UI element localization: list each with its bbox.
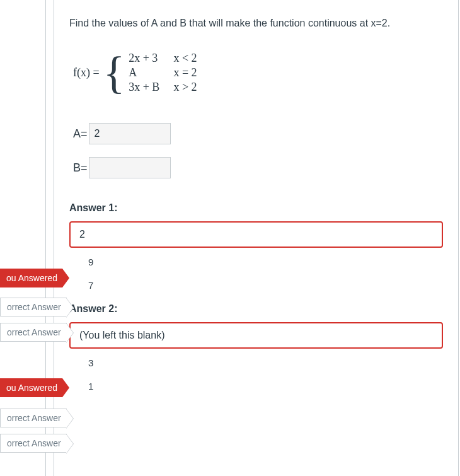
case-cond-2: x = 2 <box>173 66 197 79</box>
answer-2-correct-1: 3 <box>69 351 443 374</box>
answer-1-correct-2: 7 <box>69 274 443 297</box>
input-b[interactable] <box>89 157 171 178</box>
question-container: Find the values of A and B that will mak… <box>54 0 459 476</box>
label-a: A= <box>73 127 88 141</box>
answer-2-header: Answer 2: <box>69 303 443 315</box>
answer-1-correct-1: 9 <box>69 250 443 274</box>
answer-section-2: Answer 2: (You left this blank) 3 1 <box>69 303 443 398</box>
answer-2-correct-2: 1 <box>69 374 443 398</box>
brace-icon: { <box>103 54 125 91</box>
flag-you-answered-2: ou Answered <box>0 378 62 397</box>
answer-section-1: Answer 1: 2 9 7 <box>69 202 443 297</box>
input-row-a: A= <box>73 123 443 144</box>
function-cases: 2x + 3 x < 2 A x = 2 3x + B x > 2 <box>129 52 197 94</box>
input-a[interactable] <box>89 123 171 144</box>
flag-correct-answer-1b: orrect Answer <box>0 323 67 342</box>
flag-you-answered-1: ou Answered <box>0 269 62 287</box>
case-expr-1: 2x + 3 <box>129 52 159 65</box>
function-lhs: f(x) = <box>73 66 100 79</box>
case-expr-2: A <box>129 66 159 79</box>
left-rule <box>45 0 46 476</box>
question-prompt: Find the values of A and B that will mak… <box>69 18 443 29</box>
answer-2-user-value: (You left this blank) <box>79 330 164 340</box>
flag-correct-answer-1a: orrect Answer <box>0 298 67 316</box>
case-expr-3: 3x + B <box>129 81 159 94</box>
answer-1-header: Answer 1: <box>69 202 443 214</box>
flag-correct-answer-2a: orrect Answer <box>0 409 67 427</box>
answer-1-user-box: 2 <box>69 221 443 248</box>
label-b: B= <box>73 161 88 175</box>
case-cond-1: x < 2 <box>173 52 197 65</box>
quiz-page: ou Answered orrect Answer orrect Answer … <box>0 0 460 476</box>
input-row-b: B= <box>73 157 443 178</box>
case-cond-3: x > 2 <box>173 81 197 94</box>
answer-2-user-box: (You left this blank) <box>69 322 443 349</box>
answer-1-user-value: 2 <box>79 229 85 240</box>
piecewise-function: f(x) = { 2x + 3 x < 2 A x = 2 3x + B x >… <box>73 52 443 94</box>
flag-correct-answer-2b: orrect Answer <box>0 434 67 453</box>
